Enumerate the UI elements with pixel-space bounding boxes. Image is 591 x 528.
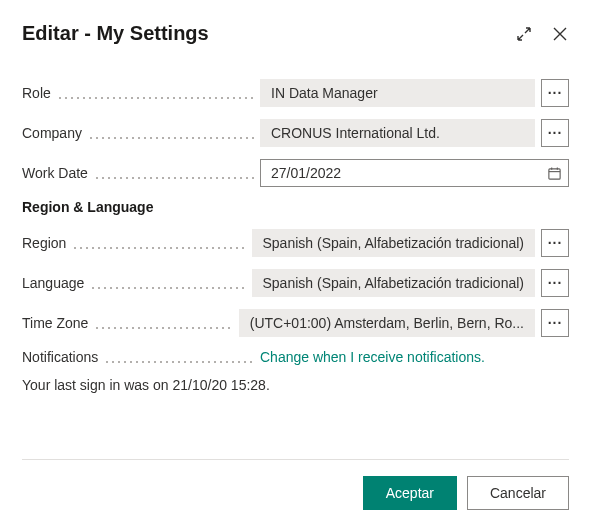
dots-separator (88, 126, 254, 140)
notifications-link[interactable]: Change when I receive notifications. (260, 349, 485, 365)
role-assist-button[interactable]: ··· (541, 79, 569, 107)
company-assist-button[interactable]: ··· (541, 119, 569, 147)
dots-separator (94, 316, 232, 330)
svg-rect-0 (548, 168, 559, 178)
dots-separator (104, 350, 254, 364)
dots-separator (57, 86, 254, 100)
language-field[interactable]: Spanish (Spain, Alfabetización tradicion… (252, 269, 536, 297)
accept-button[interactable]: Aceptar (363, 476, 457, 510)
workdate-value: 27/01/2022 (271, 165, 540, 181)
notifications-label: Notifications (22, 349, 98, 365)
dots-separator (90, 276, 245, 290)
language-label: Language (22, 275, 84, 291)
workdate-input[interactable]: 27/01/2022 (260, 159, 569, 187)
dots-separator (72, 236, 245, 250)
last-signin-info: Your last sign in was on 21/10/20 15:28. (22, 377, 569, 393)
workdate-label: Work Date (22, 165, 88, 181)
expand-icon[interactable] (515, 25, 533, 43)
timezone-assist-button[interactable]: ··· (541, 309, 569, 337)
role-field[interactable]: IN Data Manager (260, 79, 535, 107)
page-title: Editar - My Settings (22, 22, 515, 45)
company-field[interactable]: CRONUS International Ltd. (260, 119, 535, 147)
region-assist-button[interactable]: ··· (541, 229, 569, 257)
region-label: Region (22, 235, 66, 251)
calendar-icon[interactable] (540, 160, 568, 186)
region-field[interactable]: Spanish (Spain, Alfabetización tradicion… (252, 229, 536, 257)
cancel-button[interactable]: Cancelar (467, 476, 569, 510)
timezone-field[interactable]: (UTC+01:00) Amsterdam, Berlin, Bern, Ro.… (239, 309, 535, 337)
close-icon[interactable] (551, 25, 569, 43)
timezone-label: Time Zone (22, 315, 88, 331)
role-label: Role (22, 85, 51, 101)
section-title-region-language: Region & Language (22, 199, 569, 215)
language-assist-button[interactable]: ··· (541, 269, 569, 297)
dots-separator (94, 166, 254, 180)
company-label: Company (22, 125, 82, 141)
